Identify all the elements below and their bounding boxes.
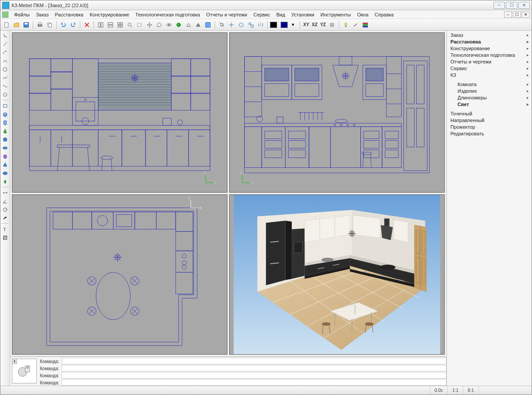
- menu-order[interactable]: Заказ: [33, 11, 52, 18]
- tb-render[interactable]: [174, 20, 183, 29]
- tb-zoom-window[interactable]: [135, 20, 144, 29]
- vt-circle[interactable]: [1, 65, 9, 73]
- vt-cone[interactable]: [1, 127, 9, 135]
- window-close[interactable]: ✕: [518, 2, 530, 9]
- rp-tech-prep[interactable]: Технологическая подготовка▸: [447, 51, 532, 58]
- menu-tech-prep[interactable]: Технологическая подготовка: [132, 11, 203, 18]
- color-swatch-2[interactable]: [281, 22, 288, 28]
- axis-xy-label[interactable]: XY: [302, 22, 310, 27]
- vt-text[interactable]: T: [1, 225, 9, 233]
- tb-orbit[interactable]: [164, 20, 173, 29]
- mdi-close[interactable]: ✕: [522, 12, 530, 18]
- rp-reports[interactable]: Отчеты и чертежи▸: [447, 58, 532, 65]
- vt-prism[interactable]: [1, 152, 9, 160]
- tb-move[interactable]: [227, 20, 236, 29]
- tb-mirror[interactable]: [256, 20, 265, 29]
- axis-xz-label[interactable]: XZ: [311, 22, 318, 27]
- viewport-side[interactable]: YZ: [229, 32, 445, 193]
- tb-delete[interactable]: [82, 20, 91, 29]
- vt-dim[interactable]: [1, 189, 9, 197]
- tb-rotate[interactable]: [155, 20, 164, 29]
- rp-arrangement[interactable]: Расстановка▸: [447, 38, 532, 45]
- tb-undo[interactable]: [59, 20, 68, 29]
- tb-lamp[interactable]: [341, 20, 350, 29]
- cmd-input-1[interactable]: [62, 358, 446, 364]
- menu-files[interactable]: Файлы: [11, 11, 33, 18]
- tb-pan[interactable]: [145, 20, 154, 29]
- rp-construction[interactable]: Конструирование▸: [447, 45, 532, 51]
- rp-room[interactable]: Комната▸: [447, 81, 532, 87]
- vt-leader[interactable]: [1, 214, 9, 222]
- rp-service[interactable]: Сервис▸: [447, 65, 532, 71]
- vt-angle[interactable]: [1, 197, 9, 205]
- tb-zoom-fit[interactable]: [125, 20, 134, 29]
- menu-tools[interactable]: Инструменты: [317, 11, 354, 18]
- vt-line[interactable]: [1, 40, 9, 48]
- tb-layers[interactable]: [361, 20, 370, 29]
- window-maximize[interactable]: ☐: [506, 2, 517, 9]
- tb-copy[interactable]: [45, 20, 54, 29]
- rp-directional-light[interactable]: Направленный: [447, 117, 532, 123]
- vt-pointer[interactable]: [1, 32, 9, 40]
- tb-view2[interactable]: [106, 20, 115, 29]
- menu-view[interactable]: Вид: [273, 11, 288, 18]
- vt-torus[interactable]: [1, 144, 9, 152]
- vt-sphere[interactable]: [1, 135, 9, 143]
- viewport-3d[interactable]: [229, 194, 445, 355]
- vt-spline[interactable]: [1, 82, 9, 90]
- tb-view1[interactable]: [96, 20, 105, 29]
- tb-open[interactable]: [12, 20, 21, 29]
- rp-edit-light[interactable]: Редактировать: [447, 130, 532, 137]
- vt-cylinder[interactable]: [1, 118, 9, 126]
- color-swatch-1[interactable]: [270, 22, 277, 28]
- vt-revolve[interactable]: [1, 178, 9, 186]
- cmd-input-4[interactable]: [62, 379, 446, 386]
- tb-grid[interactable]: [328, 20, 336, 29]
- vt-radius[interactable]: [1, 205, 9, 213]
- menu-service[interactable]: Сервис: [250, 11, 274, 18]
- window-minimize[interactable]: ─: [493, 2, 505, 9]
- vt-curve[interactable]: [1, 57, 9, 65]
- vt-ellipsoid[interactable]: [1, 169, 9, 177]
- vt-box[interactable]: [1, 110, 9, 118]
- tb-wand[interactable]: [351, 20, 360, 29]
- menu-construction[interactable]: Конструирование: [86, 11, 132, 18]
- command-thumbnail[interactable]: [12, 359, 37, 383]
- tb-texture[interactable]: [203, 20, 212, 29]
- cmd-input-3[interactable]: [62, 372, 446, 379]
- tb-view3[interactable]: [116, 20, 125, 29]
- rp-products[interactable]: Изделия▸: [447, 87, 532, 94]
- menu-reports[interactable]: Отчеты и чертежи: [203, 11, 250, 18]
- tb-wireframe[interactable]: [184, 20, 193, 29]
- menu-settings[interactable]: Установки: [288, 11, 317, 18]
- tb-shade[interactable]: [194, 20, 203, 29]
- axis-yz-label[interactable]: YZ: [319, 22, 327, 27]
- menu-windows[interactable]: Окна: [354, 11, 372, 18]
- tb-scale[interactable]: [246, 20, 255, 29]
- vt-polyline[interactable]: [1, 74, 9, 82]
- rp-spotlight[interactable]: Прожектор: [447, 123, 532, 130]
- tb-redo[interactable]: [69, 20, 78, 29]
- viewport-front[interactable]: XZ: [12, 32, 227, 193]
- viewport-top[interactable]: XY: [12, 194, 227, 355]
- menu-help[interactable]: Справка: [372, 11, 397, 18]
- menu-arrangement[interactable]: Расстановка: [52, 11, 86, 18]
- vt-arc[interactable]: [1, 48, 9, 56]
- tb-new[interactable]: [2, 20, 11, 29]
- tb-rotate2[interactable]: [237, 20, 246, 29]
- tb-select[interactable]: [217, 20, 226, 29]
- vt-rect[interactable]: [1, 102, 9, 110]
- tb-dropdown[interactable]: ▾: [289, 20, 297, 29]
- vt-polygon[interactable]: [1, 91, 9, 99]
- tb-print[interactable]: [35, 20, 44, 29]
- mdi-minimize[interactable]: ─: [504, 12, 512, 18]
- rp-light[interactable]: Свет▸: [447, 101, 532, 107]
- rp-k3[interactable]: К3▸: [447, 71, 532, 78]
- rp-order[interactable]: Заказ▸: [447, 32, 532, 38]
- tb-save[interactable]: [22, 20, 31, 29]
- mdi-restore[interactable]: ☐: [513, 12, 521, 18]
- vt-pyramid[interactable]: [1, 161, 9, 169]
- rp-point-light[interactable]: Точечный: [447, 110, 532, 117]
- rp-longs[interactable]: Длинномеры▸: [447, 94, 532, 101]
- vt-hatch[interactable]: [1, 233, 9, 241]
